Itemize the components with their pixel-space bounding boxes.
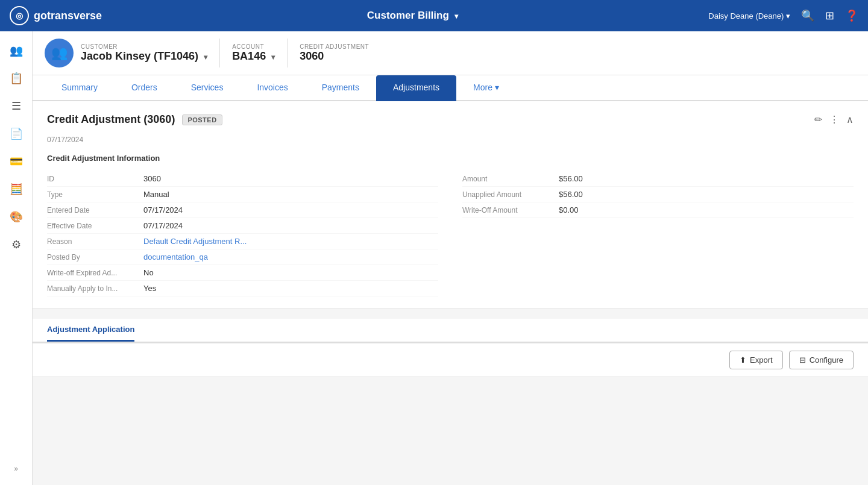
adjustment-info: CREDIT ADJUSTMENT 3060 <box>300 43 369 63</box>
sidebar-item-invoices[interactable]: 📋 <box>4 66 28 90</box>
value-reason[interactable]: Default Credit Adjustment R... <box>143 237 247 246</box>
sidebar: 👥 📋 ☰ 📄 💳 🧮 🎨 ⚙ » <box>0 31 33 485</box>
sidebar-item-analytics[interactable]: 🎨 <box>4 205 28 229</box>
user-menu[interactable]: Daisy Deane (Deane) ▾ <box>708 11 790 20</box>
label-effective-date: Effective Date <box>47 222 143 230</box>
page-header: 👥 CUSTOMER Jacob Kinsey (TF1046) ▾ ACCOU… <box>33 31 868 75</box>
search-button[interactable]: 🔍 <box>801 9 814 22</box>
tab-more[interactable]: More ▾ <box>456 75 516 101</box>
info-col-left: ID 3060 Type Manual Entered Date 07/17/2… <box>47 171 438 296</box>
top-nav-right: Daisy Deane (Deane) ▾ 🔍 ⊞ ❓ <box>708 9 858 22</box>
tab-summary[interactable]: Summary <box>45 75 115 101</box>
layout: 👥 📋 ☰ 📄 💳 🧮 🎨 ⚙ » 👥 CUSTOMER Jacob Kinse… <box>0 31 868 485</box>
logo[interactable]: ◎ gotransverse <box>10 6 102 25</box>
label-amount: Amount <box>462 175 559 183</box>
divider-2 <box>287 39 288 67</box>
logo-text: gotransverse <box>34 10 102 22</box>
sidebar-item-documents[interactable]: 📄 <box>4 122 28 146</box>
account-caret: ▾ <box>271 53 275 61</box>
value-entered-date: 07/17/2024 <box>143 205 183 214</box>
help-button[interactable]: ❓ <box>845 9 858 22</box>
title-caret: ▾ <box>454 12 458 20</box>
sidebar-item-billing[interactable]: 💳 <box>4 149 28 174</box>
value-posted-by[interactable]: documentation_qa <box>143 252 208 261</box>
info-row-effective-date: Effective Date 07/17/2024 <box>47 218 438 234</box>
value-writeoff-expired: No <box>143 268 154 277</box>
label-entered-date: Entered Date <box>47 206 143 214</box>
info-row-manually-apply: Manually Apply to In... Yes <box>47 281 438 296</box>
configure-button[interactable]: ⊟ Configure <box>789 351 854 369</box>
customer-name[interactable]: Jacob Kinsey (TF1046) ▾ <box>81 50 207 63</box>
app-title[interactable]: Customer Billing ▾ <box>116 10 708 22</box>
info-row-writeoff-amount: Write-Off Amount $0.00 <box>462 202 854 218</box>
info-row-posted-by: Posted By documentation_qa <box>47 249 438 265</box>
card-header: Credit Adjustment (3060) POSTED ✏ ⋮ ∧ <box>47 113 854 126</box>
tab-orders[interactable]: Orders <box>115 75 174 101</box>
value-manually-apply: Yes <box>143 284 156 293</box>
account-id[interactable]: BA146 ▾ <box>232 50 275 63</box>
label-manually-apply: Manually Apply to In... <box>47 284 143 293</box>
status-badge: POSTED <box>182 114 222 125</box>
card-actions: ✏ ⋮ ∧ <box>814 114 854 125</box>
info-row-writeoff-expired: Write-off Expired Ad... No <box>47 265 438 281</box>
more-options-icon[interactable]: ⋮ <box>829 114 839 125</box>
label-type: Type <box>47 190 143 199</box>
export-button[interactable]: ⬆ Export <box>729 351 783 369</box>
customer-info: CUSTOMER Jacob Kinsey (TF1046) ▾ <box>81 43 207 63</box>
top-nav: ◎ gotransverse Customer Billing ▾ Daisy … <box>0 0 868 31</box>
tab-bar: Summary Orders Services Invoices Payment… <box>33 75 868 101</box>
info-row-entered-date: Entered Date 07/17/2024 <box>47 202 438 218</box>
export-icon: ⬆ <box>740 355 746 365</box>
value-type: Manual <box>143 190 169 199</box>
value-id: 3060 <box>143 174 161 183</box>
customer-caret: ▾ <box>204 53 207 61</box>
tab-invoices[interactable]: Invoices <box>240 75 304 101</box>
more-caret: ▾ <box>495 83 499 92</box>
sidebar-item-orders[interactable]: ☰ <box>4 94 28 118</box>
label-writeoff-amount: Write-Off Amount <box>462 206 559 214</box>
customer-label: CUSTOMER <box>81 43 207 50</box>
value-effective-date: 07/17/2024 <box>143 221 183 230</box>
value-writeoff-amount: $0.00 <box>559 205 579 214</box>
value-unapplied: $56.00 <box>559 190 583 199</box>
sub-tab-bar: Adjustment Application <box>33 319 868 343</box>
adjustment-label: CREDIT ADJUSTMENT <box>300 43 369 50</box>
tab-services[interactable]: Services <box>174 75 241 101</box>
value-amount: $56.00 <box>559 174 583 183</box>
info-grid: ID 3060 Type Manual Entered Date 07/17/2… <box>47 171 854 296</box>
sub-section: Adjustment Application ⬆ Export ⊟ Config… <box>33 319 868 377</box>
credit-adjustment-card: Credit Adjustment (3060) POSTED ✏ ⋮ ∧ 07… <box>33 101 868 309</box>
card-title: Credit Adjustment (3060) <box>47 113 175 126</box>
collapse-icon[interactable]: ∧ <box>846 114 854 125</box>
account-label: ACCOUNT <box>232 43 275 50</box>
sidebar-item-settings[interactable]: ⚙ <box>4 233 28 257</box>
sidebar-item-customers[interactable]: 👥 <box>4 39 28 63</box>
info-row-reason: Reason Default Credit Adjustment R... <box>47 234 438 249</box>
sidebar-item-calculator[interactable]: 🧮 <box>4 177 28 201</box>
configure-icon: ⊟ <box>799 355 806 365</box>
info-row-type: Type Manual <box>47 187 438 202</box>
card-date: 07/17/2024 <box>47 136 854 144</box>
info-row-amount: Amount $56.00 <box>462 171 854 187</box>
info-col-right: Amount $56.00 Unapplied Amount $56.00 Wr… <box>462 171 854 296</box>
logo-icon: ◎ <box>10 6 29 25</box>
adjustment-id: 3060 <box>300 50 369 63</box>
label-writeoff-expired: Write-off Expired Ad... <box>47 269 143 277</box>
tab-adjustments[interactable]: Adjustments <box>376 75 456 101</box>
label-posted-by: Posted By <box>47 253 143 261</box>
divider-1 <box>219 39 220 67</box>
sub-tab-adjustment-application[interactable]: Adjustment Application <box>47 319 134 342</box>
grid-button[interactable]: ⊞ <box>825 9 834 22</box>
label-id: ID <box>47 175 143 183</box>
sidebar-expand[interactable]: » <box>4 460 28 478</box>
info-row-id: ID 3060 <box>47 171 438 187</box>
section-title: Credit Adjustment Information <box>47 154 854 163</box>
content-area: Credit Adjustment (3060) POSTED ✏ ⋮ ∧ 07… <box>33 101 868 485</box>
edit-icon[interactable]: ✏ <box>814 114 822 125</box>
customer-icon: 👥 <box>45 39 74 67</box>
label-reason: Reason <box>47 237 143 246</box>
card-title-area: Credit Adjustment (3060) POSTED <box>47 113 222 126</box>
tab-payments[interactable]: Payments <box>305 75 376 101</box>
label-unapplied: Unapplied Amount <box>462 190 559 199</box>
info-row-unapplied: Unapplied Amount $56.00 <box>462 187 854 202</box>
